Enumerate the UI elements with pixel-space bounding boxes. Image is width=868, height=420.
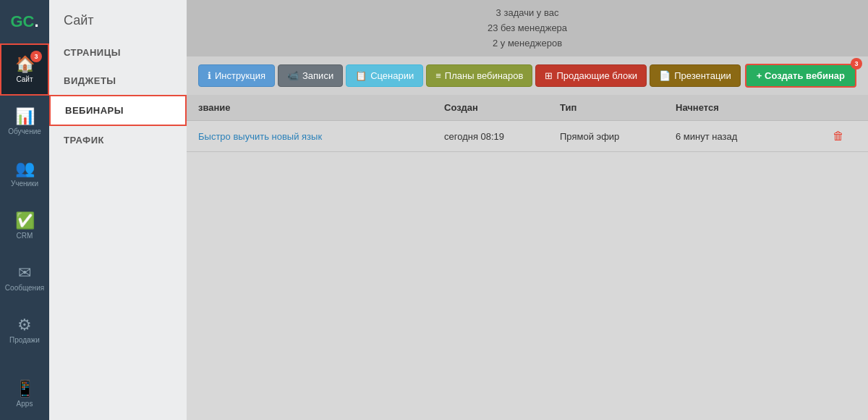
nav-item-crm[interactable]: ✅ CRM	[0, 200, 49, 252]
banner-line1: 3 задачи у вас	[192, 6, 862, 21]
col-header-starts: Начнется	[676, 102, 820, 113]
sidebar-title: Сайт	[49, 0, 187, 38]
table-row: Быстро выучить новый язык сегодня 08:19 …	[187, 121, 868, 152]
learning-icon: 📊	[15, 109, 35, 125]
nav-badge-site: 3	[30, 51, 42, 62]
apps-icon: 📱	[15, 381, 35, 397]
messages-icon: ✉	[18, 265, 31, 281]
nav-label-messages: Сообщения	[5, 284, 44, 292]
app-logo: GC.	[0, 0, 49, 43]
nav-label-crm: CRM	[17, 232, 33, 240]
main-content: 3 задачи у вас 23 без менеджера 2 у мене…	[187, 0, 868, 420]
nav-item-sales[interactable]: ⚙ Продажи	[0, 304, 49, 356]
sales-icon: ⚙	[17, 317, 32, 333]
webinar-created-cell: сегодня 08:19	[444, 131, 560, 142]
sidebar-item-pages[interactable]: СТРАНИЦЫ	[49, 38, 187, 67]
selling-blocks-label: Продающие блоки	[556, 70, 637, 81]
create-button-wrapper: + Создать вебинар 3	[745, 64, 856, 88]
col-header-actions	[820, 102, 856, 113]
presentations-label: Презентации	[674, 70, 731, 81]
logo-dot: .	[34, 12, 38, 30]
delete-webinar-button[interactable]: 🗑	[820, 130, 856, 143]
records-icon: 📹	[287, 70, 299, 81]
plans-button[interactable]: ≡ Планы вебинаров	[426, 64, 532, 87]
banner-line2: 23 без менеджера	[192, 21, 862, 36]
sidebar-item-webinars[interactable]: ВЕБИНАРЫ	[49, 95, 187, 126]
col-header-type: Тип	[560, 102, 676, 113]
nav-item-students[interactable]: 👥 Ученики	[0, 148, 49, 200]
nav-item-apps[interactable]: 📱 Apps	[0, 368, 49, 420]
nav-item-learning[interactable]: 📊 Обучение	[0, 96, 49, 148]
nav-label-apps: Apps	[17, 400, 33, 408]
records-button[interactable]: 📹 Записи	[278, 64, 343, 87]
crm-icon: ✅	[15, 213, 35, 229]
scenarios-icon: 📋	[355, 70, 367, 81]
nav-item-site[interactable]: 3 🏠 Сайт	[0, 43, 49, 96]
instruction-label: Инструкция	[215, 70, 265, 81]
records-label: Записи	[302, 70, 333, 81]
scenarios-button[interactable]: 📋 Сценарии	[346, 64, 423, 87]
students-icon: 👥	[15, 161, 35, 177]
col-header-created: Создан	[444, 102, 560, 113]
nav-label-learning: Обучение	[8, 127, 41, 135]
nav-label-students: Ученики	[11, 180, 38, 188]
presentations-icon: 📄	[659, 70, 671, 81]
webinar-starts-cell: 6 минут назад	[676, 131, 820, 142]
col-header-name: звание	[198, 102, 444, 113]
webinar-type-cell: Прямой эфир	[560, 131, 676, 142]
logo-text: GC.	[10, 12, 38, 31]
nav-label-sales: Продажи	[9, 336, 40, 344]
plans-label: Планы вебинаров	[445, 70, 524, 81]
selling-blocks-icon: ⊞	[545, 70, 553, 81]
create-webinar-label: + Создать вебинар	[757, 70, 845, 81]
webinar-name-link[interactable]: Быстро выучить новый язык	[198, 131, 322, 142]
webinars-table: звание Создан Тип Начнется Быстро выучит…	[187, 95, 868, 420]
selling-blocks-button[interactable]: ⊞ Продающие блоки	[535, 64, 647, 87]
plans-icon: ≡	[435, 70, 441, 81]
table-header: звание Создан Тип Начнется	[187, 95, 868, 121]
create-webinar-button[interactable]: + Создать вебинар	[745, 64, 856, 88]
top-banner: 3 задачи у вас 23 без менеджера 2 у мене…	[187, 0, 868, 56]
scenarios-label: Сценарии	[370, 70, 414, 81]
nav-bar: GC. 3 🏠 Сайт 📊 Обучение 👥 Ученики ✅ CRM …	[0, 0, 49, 420]
create-button-badge: 3	[851, 58, 862, 70]
toolbar: ℹ Инструкция 📹 Записи 📋 Сценарии ≡ Планы…	[187, 56, 868, 95]
banner-line3: 2 у менеджеров	[192, 36, 862, 51]
sidebar-item-widgets[interactable]: ВИДЖЕТЫ	[49, 67, 187, 95]
instruction-button[interactable]: ℹ Инструкция	[198, 64, 275, 87]
nav-label-site: Сайт	[16, 75, 33, 83]
nav-item-messages[interactable]: ✉ Сообщения	[0, 252, 49, 304]
presentations-button[interactable]: 📄 Презентации	[650, 64, 741, 87]
webinar-name-cell: Быстро выучить новый язык	[198, 131, 444, 142]
sidebar-item-traffic[interactable]: ТРАФИК	[49, 126, 187, 154]
instruction-icon: ℹ	[208, 70, 211, 81]
sidebar: Сайт СТРАНИЦЫ ВИДЖЕТЫ ВЕБИНАРЫ ТРАФИК	[49, 0, 187, 420]
